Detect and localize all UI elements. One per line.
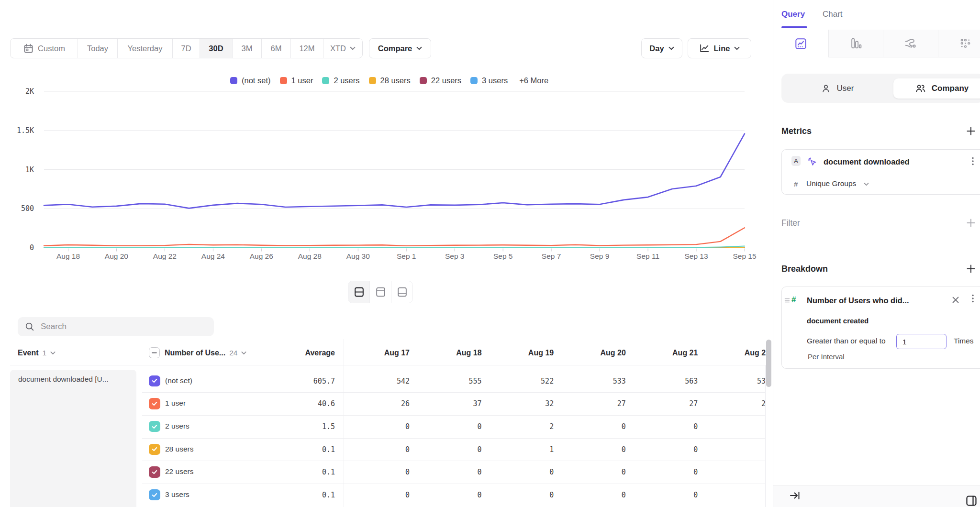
row-value: 1 <box>488 445 560 454</box>
chart-view-icon <box>375 286 387 298</box>
toggle-company-label: Company <box>932 84 969 93</box>
panel-layout-icon[interactable] <box>966 495 977 507</box>
close-icon[interactable] <box>951 296 960 304</box>
search-icon <box>24 321 35 332</box>
row-value: 0 <box>632 422 704 431</box>
event-header-label: Event <box>18 349 39 357</box>
row-value: 0 <box>560 445 632 454</box>
entity-toggle: User Company <box>781 74 980 103</box>
svg-text:1K: 1K <box>25 165 34 174</box>
row-value: 0 <box>704 445 766 454</box>
aggregation-label: Unique Groups <box>806 179 856 188</box>
add-breakdown-button[interactable] <box>967 265 975 273</box>
series-checkbox[interactable] <box>149 466 160 478</box>
drag-handle-icon[interactable] <box>784 298 790 303</box>
collapse-panel-icon[interactable] <box>789 490 801 501</box>
tab-chart[interactable]: Chart <box>823 10 843 19</box>
row-value: 0 <box>344 422 416 431</box>
row-value: 24 <box>704 399 766 408</box>
funnel-bars-icon <box>849 37 862 50</box>
series-checkbox[interactable] <box>149 398 160 409</box>
layout-chart-only-button[interactable] <box>369 281 391 303</box>
user-icon <box>821 83 831 94</box>
event-row-cell[interactable]: document downloaded [U... <box>10 370 136 507</box>
svg-text:Sep 11: Sep 11 <box>636 252 659 260</box>
event-column-header[interactable]: Event 1 <box>18 349 56 357</box>
row-average: 1.5 <box>258 422 335 431</box>
minus-icon <box>151 350 157 356</box>
aggregation-dropdown[interactable]: # Unique Groups <box>782 178 980 191</box>
row-value: 0 <box>344 468 416 476</box>
breakdown-event-name[interactable]: document created <box>807 317 869 325</box>
toggle-company[interactable]: Company <box>893 78 980 99</box>
svg-text:Sep 9: Sep 9 <box>590 252 610 260</box>
row-average: 0.1 <box>258 468 335 476</box>
date-column-header: Aug 21 <box>632 349 704 357</box>
row-value: 26 <box>344 399 416 408</box>
kebab-menu-icon[interactable] <box>968 294 978 303</box>
active-tab-underline <box>781 26 807 28</box>
panel-footer <box>773 485 980 507</box>
metric-card: A document downloaded # Unique Groups <box>781 149 980 195</box>
row-average: 0.1 <box>258 491 335 499</box>
times-input[interactable] <box>896 334 947 349</box>
toggle-user-label: User <box>837 84 854 93</box>
row-label: 3 users <box>165 490 189 499</box>
date-column-header: Aug 22 <box>704 349 766 357</box>
search-input[interactable] <box>41 317 208 336</box>
svg-text:Aug 30: Aug 30 <box>346 252 370 260</box>
layout-split-button[interactable] <box>348 281 369 303</box>
breakdown-title[interactable]: Number of Users who did... <box>807 296 909 305</box>
filter-heading: Filter <box>781 218 800 228</box>
svg-text:Sep 7: Sep 7 <box>542 252 561 260</box>
row-label: 1 user <box>165 399 186 408</box>
query-panel: Query Chart <box>773 0 980 507</box>
select-all-checkbox[interactable] <box>149 347 160 358</box>
times-label: Times <box>954 337 974 345</box>
tab-query[interactable]: Query <box>781 10 805 19</box>
svg-text:Aug 18: Aug 18 <box>56 252 80 260</box>
series-checkbox[interactable] <box>149 489 160 501</box>
numeric-breakdown-icon: # <box>791 295 796 305</box>
date-column-header: Aug 17 <box>344 349 416 357</box>
average-column-header: Average <box>258 349 335 357</box>
row-value: 27 <box>632 399 704 408</box>
add-metric-button[interactable] <box>967 127 975 135</box>
row-value: 0 <box>560 422 632 431</box>
tab-funnels[interactable] <box>828 30 883 57</box>
split-view-icon <box>353 286 365 298</box>
row-value: 0 <box>560 468 632 476</box>
report-type-tabs <box>773 30 980 57</box>
table-header-divider <box>10 365 766 365</box>
layout-toggle <box>348 281 413 303</box>
per-interval-label: Per Interval <box>808 353 845 361</box>
row-value: 0 <box>416 445 488 454</box>
metrics-heading: Metrics <box>781 126 812 136</box>
series-checkbox[interactable] <box>149 444 160 455</box>
insights-icon <box>794 37 807 50</box>
metric-event-name[interactable]: document downloaded <box>824 157 910 166</box>
series-header-dropdown[interactable]: Number of Use... 24 <box>165 349 246 357</box>
chevron-down-icon <box>864 182 869 186</box>
layout-table-only-button[interactable] <box>391 281 412 303</box>
row-value: 0 <box>704 491 766 499</box>
check-icon <box>151 423 158 430</box>
table-view-icon <box>396 286 408 298</box>
breakdown-condition-label[interactable]: Greater than or equal to <box>807 337 886 345</box>
series-checkbox[interactable] <box>149 421 160 432</box>
table-scrollbar[interactable] <box>766 340 771 387</box>
tab-insights[interactable] <box>773 30 828 57</box>
row-average: 0.1 <box>258 445 335 454</box>
kebab-menu-icon[interactable] <box>968 156 978 166</box>
tab-more-reports[interactable] <box>938 30 980 57</box>
row-value: 0 <box>632 468 704 476</box>
breakdown-heading: Breakdown <box>781 264 828 274</box>
tab-flows[interactable] <box>883 30 938 57</box>
toggle-user[interactable]: User <box>781 74 893 103</box>
date-column-header: Aug 20 <box>560 349 632 357</box>
breakdown-card: # Number of Users who did... document cr… <box>781 287 980 369</box>
series-count: 24 <box>229 349 237 357</box>
date-column-header: Aug 19 <box>488 349 560 357</box>
series-checkbox[interactable] <box>149 375 160 387</box>
add-filter-button[interactable] <box>967 219 975 227</box>
